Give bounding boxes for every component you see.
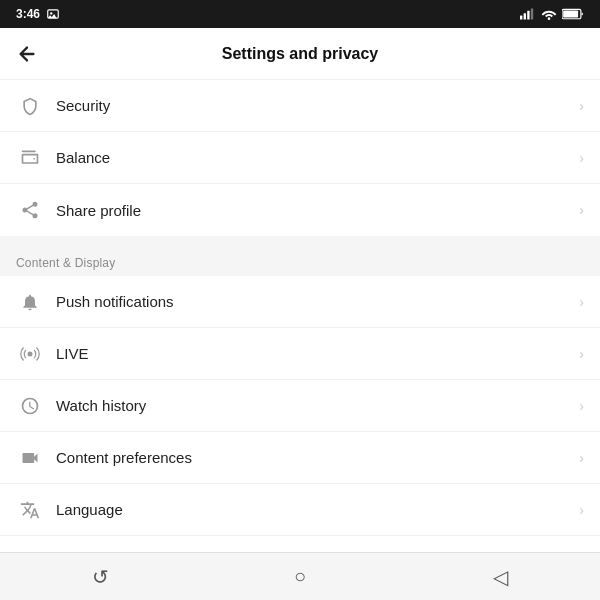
clock-icon — [16, 392, 44, 420]
home-icon: ○ — [294, 565, 306, 588]
push-notifications-chevron: › — [579, 294, 584, 310]
top-nav: Settings and privacy — [0, 28, 600, 80]
status-right — [520, 8, 584, 20]
menu-item-live[interactable]: LIVE › — [0, 328, 600, 380]
menu-item-screen-time[interactable]: Screen time › — [0, 536, 600, 552]
menu-item-share-profile[interactable]: Share profile › — [0, 184, 600, 236]
menu-item-balance[interactable]: Balance › — [0, 132, 600, 184]
content-preferences-chevron: › — [579, 450, 584, 466]
nav-refresh-button[interactable]: ↺ — [70, 557, 130, 597]
watch-history-chevron: › — [579, 398, 584, 414]
wifi-icon — [541, 8, 557, 20]
photo-icon — [46, 7, 60, 21]
shield-icon — [16, 92, 44, 120]
live-label: LIVE — [56, 345, 571, 362]
status-left: 3:46 — [16, 7, 60, 21]
menu-item-push-notifications[interactable]: Push notifications › — [0, 276, 600, 328]
svg-rect-5 — [531, 8, 533, 19]
share-icon — [16, 196, 44, 224]
security-chevron: › — [579, 98, 584, 114]
language-chevron: › — [579, 502, 584, 518]
content-area: Security › Balance › Share profile › Con… — [0, 80, 600, 552]
content-display-label: Content & Display — [0, 246, 600, 276]
menu-item-content-preferences[interactable]: Content preferences › — [0, 432, 600, 484]
status-bar: 3:46 — [0, 0, 600, 28]
live-chevron: › — [579, 346, 584, 362]
svg-point-1 — [50, 12, 52, 14]
phone-frame: 3:46 Settings and — [0, 0, 600, 600]
refresh-icon: ↺ — [92, 565, 109, 589]
content-display-section: Push notifications › LIVE › Watch histor… — [0, 276, 600, 552]
svg-rect-3 — [524, 13, 526, 19]
language-label: Language — [56, 501, 571, 518]
balance-label: Balance — [56, 149, 571, 166]
back-button[interactable] — [16, 43, 38, 65]
signal-icon — [520, 8, 536, 20]
security-label: Security — [56, 97, 571, 114]
live-icon — [16, 340, 44, 368]
page-title: Settings and privacy — [222, 45, 379, 63]
back-icon: ◁ — [493, 565, 508, 589]
bell-icon — [16, 288, 44, 316]
share-profile-chevron: › — [579, 202, 584, 218]
share-profile-label: Share profile — [56, 202, 571, 219]
battery-icon — [562, 8, 584, 20]
video-icon — [16, 444, 44, 472]
menu-item-security[interactable]: Security › — [0, 80, 600, 132]
balance-chevron: › — [579, 150, 584, 166]
menu-item-watch-history[interactable]: Watch history › — [0, 380, 600, 432]
content-preferences-label: Content preferences — [56, 449, 571, 466]
svg-point-8 — [28, 351, 33, 356]
push-notifications-label: Push notifications — [56, 293, 571, 310]
nav-home-button[interactable]: ○ — [270, 557, 330, 597]
menu-item-language[interactable]: Language › — [0, 484, 600, 536]
bottom-nav: ↺ ○ ◁ — [0, 552, 600, 600]
svg-rect-2 — [520, 16, 522, 20]
svg-rect-4 — [527, 11, 529, 20]
svg-rect-7 — [563, 10, 578, 17]
time-display: 3:46 — [16, 7, 40, 21]
watch-history-label: Watch history — [56, 397, 571, 414]
screentime-icon — [16, 548, 44, 553]
nav-back-button[interactable]: ◁ — [470, 557, 530, 597]
account-section: Security › Balance › Share profile › — [0, 80, 600, 236]
language-icon — [16, 496, 44, 524]
wallet-icon — [16, 144, 44, 172]
